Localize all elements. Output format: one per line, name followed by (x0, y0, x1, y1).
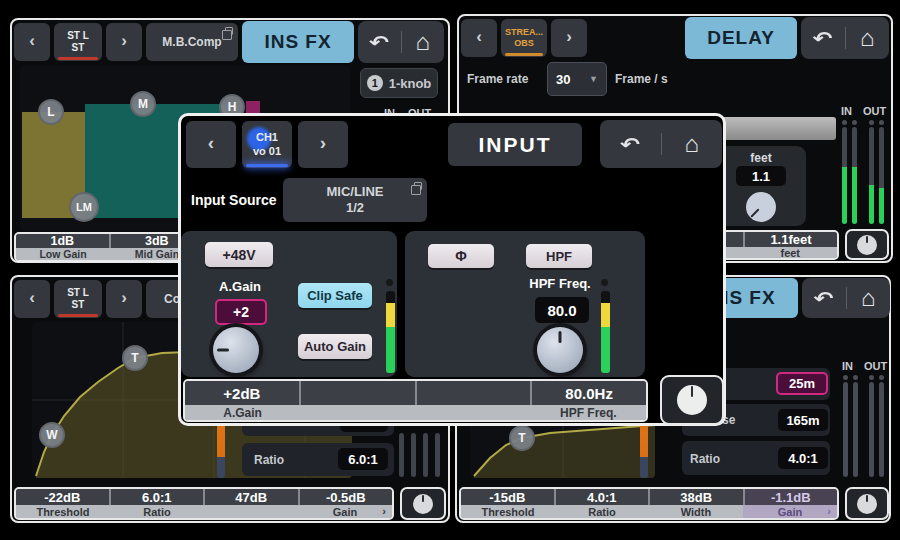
peak-dot (869, 120, 874, 125)
prev-channel-button[interactable]: ‹ (461, 19, 497, 57)
peak-dot (879, 120, 884, 125)
chevron-right-icon: › (382, 505, 386, 517)
footer-label-again: A.Gain (185, 405, 300, 420)
marker-low[interactable]: L (38, 99, 64, 125)
prev-channel-button[interactable]: ‹ (186, 121, 236, 168)
clip-safe-button[interactable]: Clip Safe (298, 283, 372, 308)
footer-value-gain[interactable]: -1.1dB (745, 489, 838, 505)
undo-icon[interactable]: ↶ (796, 17, 850, 59)
hpf-button[interactable]: HPF (526, 244, 592, 268)
channel-select-button[interactable]: ST L ST (54, 23, 102, 61)
footer-value-width[interactable]: 47dB (205, 489, 298, 505)
in-label: IN (841, 105, 852, 117)
feet-value[interactable]: 1.1 (736, 166, 786, 186)
prev-channel-button[interactable]: ‹ (14, 23, 50, 61)
input-popup: ‹ CH1 vo 01 › INPUT ↶ ⌂ Input Source MIC… (178, 113, 726, 426)
peak-dot (879, 375, 884, 380)
undo-icon[interactable]: ↶ (797, 278, 851, 318)
next-channel-button[interactable]: › (106, 280, 142, 318)
feet-knob[interactable] (740, 186, 782, 228)
marker-threshold[interactable]: T (122, 345, 148, 371)
frame-rate-unit: Frame / s (615, 72, 668, 86)
footer-label-feet: feet (744, 247, 838, 259)
footer-value-low-gain[interactable]: 1dB (16, 234, 109, 248)
home-icon[interactable]: ⌂ (662, 120, 723, 168)
page-title: DELAY (685, 17, 797, 59)
param-row-ratio[interactable]: Ratio 4.0:1 (682, 441, 830, 475)
undo-icon[interactable]: ↶ (592, 120, 668, 168)
phantom-48v-button[interactable]: +48V (205, 242, 273, 267)
channel-select-button[interactable]: ST L ST (54, 280, 102, 318)
in-meter-l (843, 382, 848, 477)
marker-width[interactable]: W (39, 422, 65, 448)
marker-lowmid[interactable]: LM (69, 192, 99, 222)
footer-label-threshold: Threshold (16, 505, 110, 518)
footer-label-gain: Gain› (298, 505, 392, 518)
one-knob-button[interactable]: 1 1-knob (360, 68, 438, 98)
knob-icon (857, 494, 877, 514)
library-label: M.B.Comp (162, 35, 221, 49)
auto-gain-button[interactable]: Auto Gain (298, 334, 372, 359)
copy-icon (414, 182, 422, 190)
meter-bar (399, 433, 404, 477)
out-meter-l (869, 127, 874, 224)
channel-select-button[interactable]: CH1 vo 01 (242, 121, 292, 168)
footer-value-threshold[interactable]: -15dB (461, 489, 554, 505)
out-label: OUT (863, 105, 886, 117)
input-source-button[interactable]: MIC/LINE 1/2 (283, 178, 427, 222)
library-button[interactable]: M.B.Comp (146, 23, 238, 61)
param-row-ratio[interactable]: Ratio 6.0:1 (242, 443, 394, 476)
peak-dot (869, 375, 874, 380)
param-label: Ratio (254, 453, 284, 467)
footer-value-3[interactable] (417, 381, 531, 405)
channel-name2: ST (72, 42, 85, 54)
nav-box: ↶ ⌂ (801, 17, 889, 59)
frame-rate-select[interactable]: 30 ▼ (547, 62, 607, 96)
channel-color-bar (58, 314, 98, 317)
footer-value-width[interactable]: 38dB (650, 489, 743, 505)
undo-icon[interactable]: ↶ (353, 21, 406, 63)
next-channel-button[interactable]: › (298, 121, 348, 168)
footer-label-ratio: Ratio (110, 505, 204, 518)
forward-icon: › (320, 132, 326, 154)
footer-value-gain[interactable]: -0.5dB (300, 489, 393, 505)
touch-knob-button[interactable] (660, 375, 724, 425)
again-knob[interactable] (213, 327, 259, 373)
footer-value-again[interactable]: +2dB (185, 381, 299, 405)
page-title-label: DELAY (707, 27, 775, 49)
next-channel-button[interactable]: › (106, 23, 142, 61)
again-value[interactable]: +2 (215, 299, 267, 325)
footer-value-threshold[interactable]: -22dB (16, 489, 109, 505)
footer-value-2[interactable] (301, 381, 415, 405)
comp-footer-bar: -22dB 6.0:1 47dB -0.5dB Threshold Ratio … (14, 487, 394, 520)
next-channel-button[interactable]: › (551, 19, 587, 57)
channel-name2: vo 01 (253, 145, 281, 158)
footer-value-hpf[interactable]: 80.0Hz (532, 381, 646, 405)
touch-knob-button[interactable] (845, 229, 889, 260)
marker-threshold[interactable]: T (509, 425, 535, 451)
footer-value-ratio[interactable]: 6.0:1 (111, 489, 204, 505)
input-source-value2: 1/2 (346, 200, 364, 216)
forward-icon: › (566, 27, 572, 47)
popup-footer-bar: +2dB 80.0Hz A.Gain HPF Freq. (183, 379, 648, 422)
channel-color-bar (246, 164, 288, 167)
footer-value-ratio[interactable]: 4.0:1 (556, 489, 649, 505)
home-icon[interactable]: ⌂ (402, 21, 445, 63)
touch-knob-button[interactable] (845, 487, 889, 520)
touch-knob-button[interactable] (400, 487, 446, 520)
peak-dot (843, 375, 848, 380)
hpf-level-meter (601, 291, 610, 373)
channel-select-button[interactable]: STREA... OBS (501, 19, 547, 57)
home-icon[interactable]: ⌂ (847, 278, 891, 318)
hpf-freq-knob[interactable] (537, 327, 583, 373)
knob-icon (677, 385, 707, 415)
marker-mid[interactable]: M (130, 91, 156, 117)
hpf-freq-value[interactable]: 80.0 (535, 297, 589, 323)
peak-dot (852, 120, 857, 125)
footer-label-hpf: HPF Freq. (531, 405, 646, 420)
footer-value-feet[interactable]: 1.1feet (745, 232, 837, 247)
home-icon[interactable]: ⌂ (846, 17, 890, 59)
knob-icon (413, 494, 433, 514)
phase-button[interactable]: Φ (428, 244, 494, 268)
prev-channel-button[interactable]: ‹ (14, 280, 50, 318)
